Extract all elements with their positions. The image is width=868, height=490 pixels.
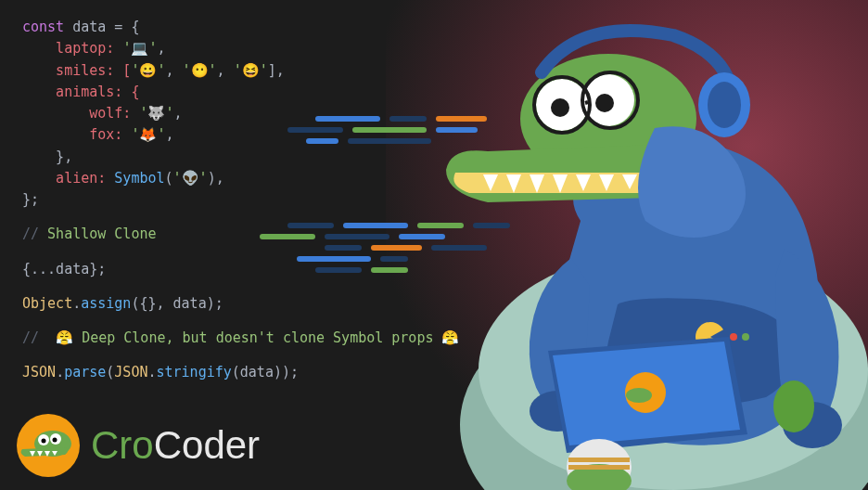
svg-point-3 xyxy=(730,333,737,341)
svg-line-22 xyxy=(585,102,588,103)
svg-point-4 xyxy=(742,333,749,341)
svg-point-24 xyxy=(708,82,741,128)
svg-point-18 xyxy=(551,98,569,117)
svg-point-19 xyxy=(595,94,614,112)
svg-point-7 xyxy=(773,380,814,432)
svg-point-26 xyxy=(626,388,652,403)
logo-text: CroCoder xyxy=(91,423,260,468)
svg-point-35 xyxy=(53,438,57,443)
svg-rect-30 xyxy=(568,465,630,470)
logo-badge xyxy=(17,414,80,477)
crocoder-logo: CroCoder xyxy=(17,414,260,477)
code-snippet: const data = { laptop: '💻', smiles: ['😀'… xyxy=(22,17,459,384)
svg-rect-29 xyxy=(568,458,630,462)
crocodile-icon xyxy=(20,427,76,464)
svg-point-34 xyxy=(42,439,46,444)
